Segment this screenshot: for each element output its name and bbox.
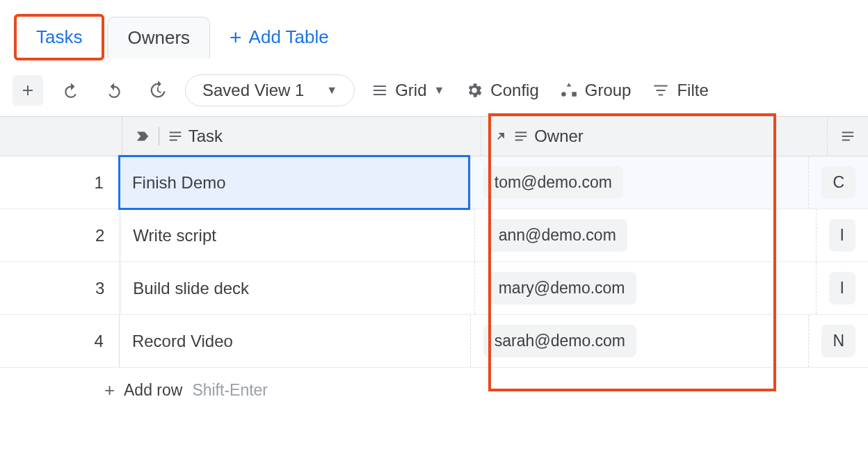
chevron-down-icon: ▼ bbox=[326, 84, 337, 97]
group-button[interactable]: Group bbox=[556, 75, 636, 106]
plus-icon: + bbox=[230, 27, 242, 48]
extra-chip: I bbox=[829, 219, 855, 252]
column-header-extra[interactable] bbox=[828, 117, 868, 156]
text-icon bbox=[168, 129, 183, 144]
cell-owner[interactable]: ann@demo.com bbox=[475, 209, 817, 261]
redo-button[interactable] bbox=[99, 75, 129, 106]
column-owner-label: Owner bbox=[534, 127, 584, 146]
filter-button[interactable]: Filte bbox=[648, 75, 712, 106]
text-icon bbox=[513, 129, 529, 144]
cell-extra[interactable]: I bbox=[817, 209, 868, 261]
extra-chip: I bbox=[829, 272, 855, 304]
undo-button[interactable] bbox=[56, 75, 86, 106]
add-table-label: Add Table bbox=[249, 26, 329, 48]
owner-chip: ann@demo.com bbox=[488, 219, 627, 252]
undo-icon bbox=[62, 81, 80, 99]
task-value: Build slide deck bbox=[133, 279, 249, 298]
tag-icon bbox=[135, 129, 150, 144]
saved-view-dropdown[interactable]: Saved View 1 ▼ bbox=[185, 74, 355, 106]
table-header-row: Task Owner bbox=[0, 116, 868, 156]
plus-icon bbox=[19, 82, 36, 99]
cell-extra[interactable]: N bbox=[809, 315, 868, 367]
table-row[interactable]: 2 Write script ann@demo.com I bbox=[0, 209, 868, 262]
chevron-down-icon: ▼ bbox=[434, 84, 445, 97]
history-icon bbox=[147, 81, 167, 100]
group-icon bbox=[560, 81, 578, 99]
group-label: Group bbox=[585, 81, 632, 100]
cell-task[interactable]: Write script bbox=[120, 209, 474, 261]
add-row-label: Add row bbox=[124, 381, 182, 400]
redo-icon bbox=[105, 81, 123, 99]
saved-view-label: Saved View 1 bbox=[202, 81, 304, 100]
view-type-dropdown[interactable]: Grid ▼ bbox=[367, 75, 449, 106]
cell-owner[interactable]: tom@demo.com bbox=[471, 156, 810, 209]
plus-icon: + bbox=[104, 380, 124, 401]
task-value: Record Video bbox=[132, 332, 233, 351]
extra-chip: C bbox=[821, 166, 855, 199]
owner-chip: mary@demo.com bbox=[488, 272, 636, 304]
gear-icon bbox=[465, 81, 483, 99]
add-button[interactable] bbox=[13, 75, 43, 106]
tab-tasks[interactable]: Tasks bbox=[14, 14, 104, 60]
extra-chip: N bbox=[821, 325, 855, 357]
table-row[interactable]: 3 Build slide deck mary@demo.com I bbox=[0, 262, 868, 315]
cell-extra[interactable]: I bbox=[817, 262, 868, 314]
table-row[interactable]: 4 Record Video sarah@demo.com N bbox=[0, 315, 868, 368]
arrow-up-right-icon bbox=[494, 129, 508, 143]
row-number: 3 bbox=[0, 262, 120, 314]
data-table: Task Owner 1 Finish Demo tom@demo.com C … bbox=[0, 116, 868, 412]
history-button[interactable] bbox=[142, 75, 172, 106]
divider bbox=[159, 127, 159, 145]
table-row[interactable]: 1 Finish Demo tom@demo.com C bbox=[0, 156, 868, 209]
owner-chip: tom@demo.com bbox=[483, 166, 623, 199]
owner-chip: sarah@demo.com bbox=[483, 325, 636, 357]
row-number: 1 bbox=[0, 156, 120, 209]
tab-owners[interactable]: Owners bbox=[107, 17, 210, 58]
row-number: 4 bbox=[0, 315, 120, 367]
config-label: Config bbox=[490, 81, 538, 100]
grid-label: Grid bbox=[395, 81, 426, 100]
task-value: Finish Demo bbox=[132, 173, 226, 193]
add-row-area[interactable]: + Add row Shift-Enter bbox=[0, 368, 868, 412]
list-icon bbox=[371, 82, 388, 99]
add-row-hint: Shift-Enter bbox=[192, 381, 268, 400]
task-value: Write script bbox=[133, 226, 216, 245]
cell-owner[interactable]: sarah@demo.com bbox=[471, 315, 810, 367]
rownum-header bbox=[0, 117, 122, 156]
config-button[interactable]: Config bbox=[461, 75, 542, 106]
row-number: 2 bbox=[0, 209, 120, 261]
cell-extra[interactable]: C bbox=[809, 156, 868, 209]
cell-owner[interactable]: mary@demo.com bbox=[475, 262, 817, 314]
text-icon bbox=[840, 129, 855, 144]
cell-task[interactable]: Finish Demo bbox=[120, 156, 471, 209]
cell-task[interactable]: Build slide deck bbox=[120, 262, 474, 314]
column-task-label: Task bbox=[188, 127, 223, 146]
cell-task[interactable]: Record Video bbox=[120, 315, 471, 367]
column-header-owner[interactable]: Owner bbox=[481, 117, 828, 156]
add-table-button[interactable]: + Add Table bbox=[213, 17, 346, 58]
column-header-task[interactable]: Task bbox=[122, 117, 482, 156]
filter-label: Filte bbox=[677, 81, 708, 100]
filter-icon bbox=[652, 81, 670, 99]
